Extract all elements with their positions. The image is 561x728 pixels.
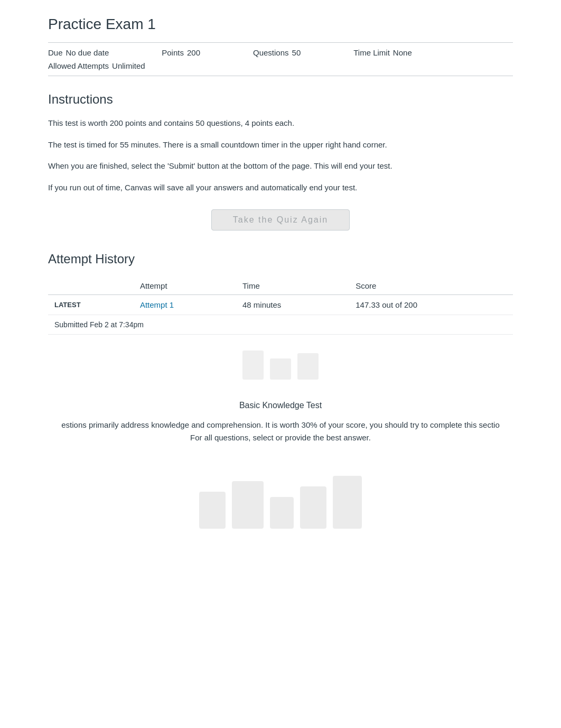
time-limit-label: Time Limit (353, 48, 390, 57)
decorative-shape-2 (270, 358, 291, 380)
attempt-history-title: Attempt History (48, 252, 513, 266)
basic-knowledge-section: Basic Knowledge Test estions primarily a… (48, 401, 513, 444)
bottom-shape-2 (232, 481, 264, 529)
col-header-blank (48, 277, 134, 295)
top-decorative (48, 351, 513, 380)
attempt-1-link[interactable]: Attempt 1 (140, 300, 174, 309)
allowed-attempts-value: Unlimited (112, 61, 145, 70)
basic-knowledge-title: Basic Knowledge Test (48, 401, 513, 410)
allowed-attempts-label: Allowed Attempts (48, 61, 109, 70)
col-header-time: Time (236, 277, 349, 295)
col-header-score: Score (349, 277, 513, 295)
points-label: Points (162, 48, 184, 57)
meta-allowed-attempts: Allowed Attempts Unlimited (48, 61, 145, 70)
bottom-shape-1 (199, 492, 226, 529)
col-header-attempt: Attempt (134, 277, 236, 295)
instruction-para-4: If you run out of time, Canvas will save… (48, 182, 513, 194)
questions-value: 50 (292, 48, 301, 57)
due-label: Due (48, 48, 63, 57)
bottom-decorative (48, 476, 513, 529)
submitted-text: Submitted Feb 2 at 7:34pm (48, 315, 513, 335)
instructions-title: Instructions (48, 92, 513, 107)
latest-label: LATEST (48, 295, 134, 315)
instruction-para-2: The test is timed for 55 minutes. There … (48, 139, 513, 151)
decorative-shape-3 (297, 353, 319, 380)
decorative-shape-1 (242, 351, 264, 380)
meta-due: Due No due date (48, 48, 109, 57)
table-header-row: Attempt Time Score (48, 277, 513, 295)
due-value: No due date (66, 48, 109, 57)
page-title: Practice Exam 1 (48, 16, 513, 33)
bottom-shape-4 (300, 486, 326, 529)
meta-points: Points 200 (162, 48, 200, 57)
table-row: LATEST Attempt 1 48 minutes 147.33 out o… (48, 295, 513, 315)
bottom-shape-5 (333, 476, 362, 529)
attempt-link-cell: Attempt 1 (134, 295, 236, 315)
meta-row-2: Allowed Attempts Unlimited (48, 61, 513, 70)
instructions-section: Instructions This test is worth 200 poin… (48, 92, 513, 193)
meta-row-1: Due No due date Points 200 Questions 50 … (48, 48, 513, 57)
meta-questions: Questions 50 (253, 48, 301, 57)
meta-time-limit: Time Limit None (353, 48, 412, 57)
attempt-score: 147.33 out of 200 (349, 295, 513, 315)
points-value: 200 (187, 48, 200, 57)
bottom-shape-3 (270, 497, 294, 529)
attempt-table: Attempt Time Score LATEST Attempt 1 48 m… (48, 277, 513, 335)
questions-label: Questions (253, 48, 289, 57)
take-quiz-button-wrapper: Take the Quiz Again (48, 209, 513, 231)
instruction-para-3: When you are finished, select the 'Submi… (48, 160, 513, 172)
meta-bar: Due No due date Points 200 Questions 50 … (48, 42, 513, 76)
instruction-para-1: This test is worth 200 points and contai… (48, 117, 513, 130)
attempt-time: 48 minutes (236, 295, 349, 315)
basic-knowledge-desc-2: For all questions, select or provide the… (48, 431, 513, 444)
page-container: Practice Exam 1 Due No due date Points 2… (27, 0, 534, 545)
attempt-history-section: Attempt History Attempt Time Score LATES… (48, 252, 513, 335)
time-limit-value: None (393, 48, 412, 57)
take-quiz-button[interactable]: Take the Quiz Again (211, 209, 350, 231)
basic-knowledge-desc-1: estions primarily address knowledge and … (48, 419, 513, 431)
submitted-row: Submitted Feb 2 at 7:34pm (48, 315, 513, 335)
